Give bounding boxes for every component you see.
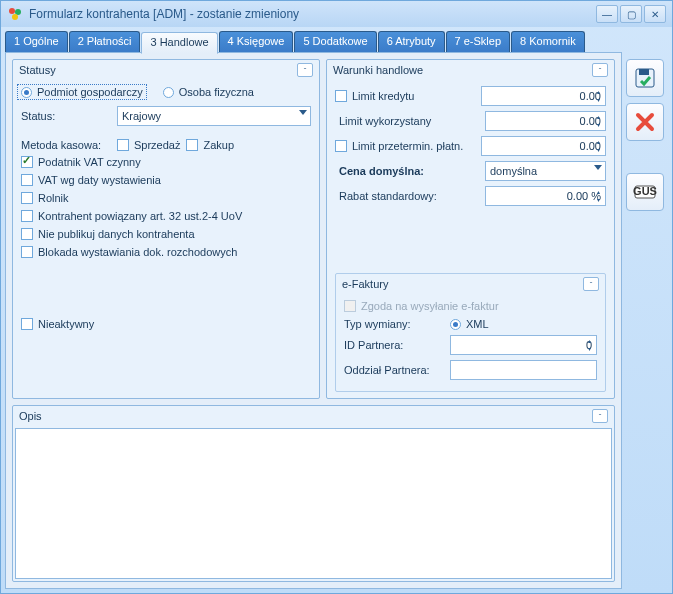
close-button[interactable]: ✕ bbox=[644, 5, 666, 23]
input-limit-wykorzystany: 0.00▴▾ bbox=[485, 111, 606, 131]
label-limit-wykorzystany: Limit wykorzystany bbox=[335, 115, 479, 127]
textarea-opis[interactable] bbox=[15, 428, 612, 579]
label-cena-domyslna: Cena domyślna: bbox=[335, 165, 479, 177]
input-id-partnera[interactable]: 0▴▾ bbox=[450, 335, 597, 355]
radio-typ-xml[interactable]: XML bbox=[450, 318, 489, 330]
tab-dodatkowe[interactable]: 5 Dodatkowe bbox=[294, 31, 376, 53]
label-status: Status: bbox=[21, 110, 111, 122]
input-oddzial-partnera[interactable] bbox=[450, 360, 597, 380]
panel-statusy: Statusy ˆ Podmiot gospodarczy Osoba fizy… bbox=[12, 59, 320, 399]
svg-text:GUS: GUS bbox=[633, 185, 657, 197]
panel-title-warunki: Warunki handlowe bbox=[333, 64, 592, 76]
tab-ksiegowe[interactable]: 4 Księgowe bbox=[219, 31, 294, 53]
maximize-button[interactable]: ▢ bbox=[620, 5, 642, 23]
tab-strip: 1 Ogólne 2 Płatności 3 Handlowe 4 Księgo… bbox=[5, 31, 622, 53]
svg-point-1 bbox=[15, 9, 21, 15]
panel-opis: Opis ˆ bbox=[12, 405, 615, 582]
svg-point-0 bbox=[9, 8, 15, 14]
tab-ogolne[interactable]: 1 Ogólne bbox=[5, 31, 68, 53]
checkbox-rolnik[interactable]: Rolnik bbox=[21, 192, 311, 204]
panel-warunki-handlowe: Warunki handlowe ˆ Limit kredytu 0.00▴▾ … bbox=[326, 59, 615, 399]
collapse-icon[interactable]: ˆ bbox=[583, 277, 599, 291]
tab-handlowe[interactable]: 3 Handlowe bbox=[141, 32, 217, 54]
save-button[interactable] bbox=[626, 59, 664, 97]
select-status[interactable]: Krajowy bbox=[117, 106, 311, 126]
input-limit-kredytu[interactable]: 0.00▴▾ bbox=[481, 86, 606, 106]
collapse-icon[interactable]: ˆ bbox=[592, 63, 608, 77]
checkbox-zgoda-efaktur: Zgoda na wysyłanie e-faktur bbox=[344, 300, 597, 312]
window-title: Formularz kontrahenta [ADM] - zostanie z… bbox=[29, 7, 596, 21]
label-oddzial-partnera: Oddział Partnera: bbox=[344, 364, 444, 376]
panel-efaktury: e-Faktury ˆ Zgoda na wysyłanie e-faktur … bbox=[335, 273, 606, 392]
panel-title-statusy: Statusy bbox=[19, 64, 297, 76]
gus-button[interactable]: GUS bbox=[626, 173, 664, 211]
input-limit-przetermin[interactable]: 0.00▴▾ bbox=[481, 136, 606, 156]
input-rabat-standardowy[interactable]: 0.00 %▴▾ bbox=[485, 186, 606, 206]
checkbox-kontrahent-powiazany[interactable]: Kontrahent powiązany art. 32 ust.2-4 UoV bbox=[21, 210, 311, 222]
checkbox-blokada[interactable]: Blokada wystawiania dok. rozchodowych bbox=[21, 246, 311, 258]
app-icon bbox=[7, 6, 23, 22]
close-x-icon bbox=[633, 110, 657, 134]
minimize-button[interactable]: — bbox=[596, 5, 618, 23]
tab-platnosci[interactable]: 2 Płatności bbox=[69, 31, 141, 53]
collapse-icon[interactable]: ˆ bbox=[297, 63, 313, 77]
collapse-icon[interactable]: ˆ bbox=[592, 409, 608, 423]
radio-osoba-fizyczna[interactable]: Osoba fizyczna bbox=[163, 86, 254, 98]
checkbox-limit-kredytu[interactable]: Limit kredytu bbox=[335, 90, 475, 102]
radio-podmiot-gospodarczy[interactable]: Podmiot gospodarczy bbox=[17, 84, 147, 100]
tab-komornik[interactable]: 8 Komornik bbox=[511, 31, 585, 53]
checkbox-vat-wg-daty[interactable]: VAT wg daty wystawienia bbox=[21, 174, 311, 186]
label-id-partnera: ID Partnera: bbox=[344, 339, 444, 351]
checkbox-zakup[interactable]: Zakup bbox=[186, 139, 234, 151]
gus-icon: GUS bbox=[633, 180, 657, 204]
svg-rect-4 bbox=[639, 69, 649, 75]
label-rabat-standardowy: Rabat standardowy: bbox=[335, 190, 479, 202]
checkbox-podatnik-vat[interactable]: Podatnik VAT czynny bbox=[21, 156, 311, 168]
checkbox-nieaktywny[interactable]: Nieaktywny bbox=[21, 318, 311, 330]
label-metoda-kasowa: Metoda kasowa: bbox=[21, 139, 111, 151]
checkbox-sprzedaz[interactable]: Sprzedaż bbox=[117, 139, 180, 151]
svg-point-2 bbox=[12, 14, 18, 20]
checkbox-limit-przetermin[interactable]: Limit przetermin. płatn. bbox=[335, 140, 475, 152]
tab-atrybuty[interactable]: 6 Atrybuty bbox=[378, 31, 445, 53]
select-cena-domyslna[interactable]: domyślna bbox=[485, 161, 606, 181]
panel-title-efaktury: e-Faktury bbox=[342, 278, 583, 290]
titlebar: Formularz kontrahenta [ADM] - zostanie z… bbox=[1, 1, 672, 27]
label-typ-wymiany: Typ wymiany: bbox=[344, 318, 444, 330]
floppy-check-icon bbox=[633, 66, 657, 90]
action-sidebar: GUS bbox=[626, 31, 668, 589]
checkbox-nie-publikuj[interactable]: Nie publikuj danych kontrahenta bbox=[21, 228, 311, 240]
contractor-form-window: Formularz kontrahenta [ADM] - zostanie z… bbox=[0, 0, 673, 594]
tab-esklep[interactable]: 7 e-Sklep bbox=[446, 31, 510, 53]
panel-title-opis: Opis bbox=[19, 410, 592, 422]
cancel-button[interactable] bbox=[626, 103, 664, 141]
